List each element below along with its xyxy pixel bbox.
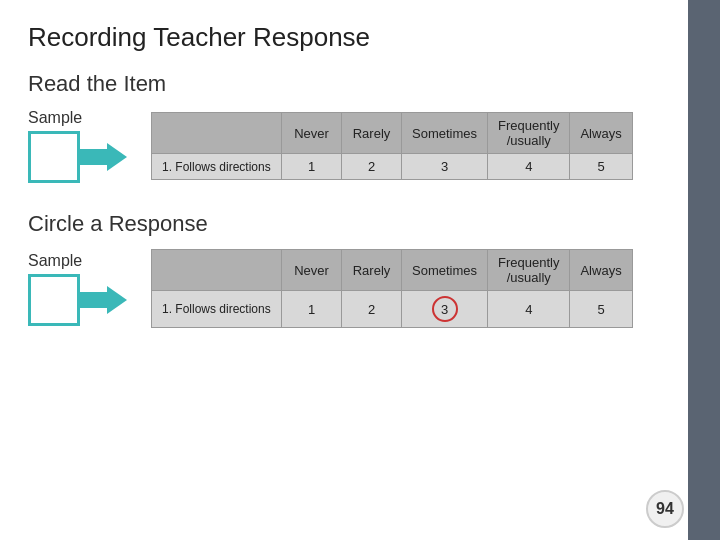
section1-title: Read the Item xyxy=(28,71,660,97)
section2-arrow-body xyxy=(79,292,107,308)
section1-arrow xyxy=(79,143,127,171)
section1-cell-always: 5 xyxy=(570,154,632,180)
section1-header-frequently: Frequently/usually xyxy=(488,113,570,154)
section2-sample-label: Sample xyxy=(28,252,82,270)
section1-header-item xyxy=(152,113,282,154)
section2-arrow xyxy=(79,286,127,314)
section1-header-always: Always xyxy=(570,113,632,154)
section2-table-header-row: Never Rarely Sometimes Frequently/usuall… xyxy=(152,250,633,291)
section2-table-row: 1. Follows directions 1 2 3 4 5 xyxy=(152,291,633,328)
section2-title: Circle a Response xyxy=(28,211,660,237)
main-content: Recording Teacher Response Read the Item… xyxy=(0,0,688,540)
section1-cell-rarely: 2 xyxy=(342,154,402,180)
sidebar xyxy=(688,0,720,540)
section2-cell-never: 1 xyxy=(282,291,342,328)
section2-teal-square xyxy=(28,274,80,326)
section2-arrow-head xyxy=(107,286,127,314)
section2-sample-box-arrow xyxy=(28,274,127,326)
section2-table: Never Rarely Sometimes Frequently/usuall… xyxy=(151,249,633,328)
section2-cell-item: 1. Follows directions xyxy=(152,291,282,328)
section1-header-never: Never xyxy=(282,113,342,154)
section1-arrow-head xyxy=(107,143,127,171)
section2-gap: Circle a Response xyxy=(28,211,660,237)
circled-3: 3 xyxy=(432,296,458,322)
section1-sample-box-arrow xyxy=(28,131,127,183)
section1-cell-never: 1 xyxy=(282,154,342,180)
section2-header-frequently: Frequently/usually xyxy=(488,250,570,291)
section1-header-sometimes: Sometimes xyxy=(402,113,488,154)
section1-cell-frequently: 4 xyxy=(488,154,570,180)
section2-header-always: Always xyxy=(570,250,632,291)
section1-header-rarely: Rarely xyxy=(342,113,402,154)
section2-header-item xyxy=(152,250,282,291)
section1-table-header-row: Never Rarely Sometimes Frequently/usuall… xyxy=(152,113,633,154)
section2-cell-always: 5 xyxy=(570,291,632,328)
section1-table: Never Rarely Sometimes Frequently/usuall… xyxy=(151,112,633,180)
section1-teal-square xyxy=(28,131,80,183)
section2-header-never: Never xyxy=(282,250,342,291)
section1-cell-item: 1. Follows directions xyxy=(152,154,282,180)
page-title: Recording Teacher Response xyxy=(28,22,660,53)
section2-cell-frequently: 4 xyxy=(488,291,570,328)
section1-arrow-body xyxy=(79,149,107,165)
section1-sample-row: Sample Never Rarely Sometimes Frequently… xyxy=(28,109,660,183)
section2-header-sometimes: Sometimes xyxy=(402,250,488,291)
section2-cell-rarely: 2 xyxy=(342,291,402,328)
section2-header-rarely: Rarely xyxy=(342,250,402,291)
section1-sample-label: Sample xyxy=(28,109,82,127)
section2-cell-sometimes: 3 xyxy=(402,291,488,328)
section2-sample-row: Sample Never Rarely Sometimes Frequently… xyxy=(28,249,660,328)
section1-cell-sometimes: 3 xyxy=(402,154,488,180)
section1-table-row: 1. Follows directions 1 2 3 4 5 xyxy=(152,154,633,180)
